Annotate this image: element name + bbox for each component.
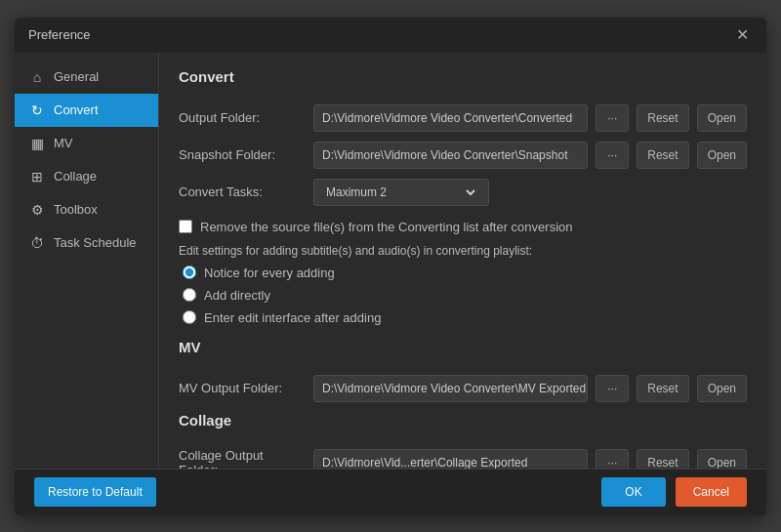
radio-add-directly[interactable] [183,288,196,302]
sidebar-item-mv[interactable]: ▦ MV [15,127,158,160]
sidebar-item-task-schedule[interactable]: ⏱ Task Schedule [15,226,158,260]
radio-add-directly-label: Add directly [204,288,270,303]
collage-output-folder-label: Collage Output Folder: [179,448,306,469]
mv-folder-open-button[interactable]: Open [697,375,747,402]
general-icon: ⌂ [28,69,46,85]
convert-section-title: Convert [179,68,747,91]
footer-right-buttons: OK Cancel [601,477,747,507]
main-content: Convert Output Folder: D:\Vidmore\Vidmor… [159,53,766,469]
sidebar-item-label: MV [54,136,73,150]
ok-button[interactable]: OK [601,477,665,507]
footer: Restore to Default OK Cancel [15,469,766,515]
mv-output-folder-row: MV Output Folder: D:\Vidmore\Vidmore Vid… [179,375,747,402]
radio-row-add-directly: Add directly [183,288,747,303]
collage-icon: ⊞ [28,169,46,184]
mv-output-folder-label: MV Output Folder: [179,381,306,395]
remove-source-label: Remove the source file(s) from the Conve… [200,220,573,234]
convert-tasks-label: Convert Tasks: [179,184,306,199]
collage-folder-open-button[interactable]: Open [697,449,747,469]
remove-source-row: Remove the source file(s) from the Conve… [179,220,747,234]
snapshot-folder-reset-button[interactable]: Reset [637,142,688,169]
mv-folder-reset-button[interactable]: Reset [637,375,688,402]
radio-row-enter-edit: Enter edit interface after adding [183,310,747,325]
edit-settings-label: Edit settings for adding subtitle(s) and… [179,244,747,258]
collage-output-folder-row: Collage Output Folder: D:\Vidmore\Vid...… [179,448,747,469]
dialog-content: ⌂ General ↻ Convert ▦ MV ⊞ Collage ⚙ Too… [15,53,766,469]
cancel-button[interactable]: Cancel [676,477,747,507]
restore-default-button[interactable]: Restore to Default [34,477,156,507]
sidebar-item-collage[interactable]: ⊞ Collage [15,160,158,193]
snapshot-folder-path: D:\Vidmore\Vidmore Video Converter\Snaps… [313,142,588,169]
mv-section-title: MV [179,339,747,361]
radio-notice-label: Notice for every adding [204,266,335,280]
radio-enter-edit[interactable] [183,310,196,324]
convert-icon: ↻ [28,102,46,118]
output-folder-reset-button[interactable]: Reset [637,104,688,132]
mv-icon: ▦ [28,136,46,151]
snapshot-folder-row: Snapshot Folder: D:\Vidmore\Vidmore Vide… [179,142,747,169]
sidebar-item-label: General [54,69,99,84]
snapshot-folder-dots-button[interactable]: ··· [596,142,629,169]
title-bar: Preference ✕ [15,18,766,53]
toolbox-icon: ⚙ [28,202,46,218]
dialog-title: Preference [28,27,91,42]
sidebar: ⌂ General ↻ Convert ▦ MV ⊞ Collage ⚙ Too… [15,53,159,469]
output-folder-dots-button[interactable]: ··· [596,104,629,132]
output-folder-open-button[interactable]: Open [697,104,747,132]
sidebar-item-convert[interactable]: ↻ Convert [15,94,158,127]
snapshot-folder-label: Snapshot Folder: [179,147,306,162]
radio-notice[interactable] [183,266,196,279]
convert-tasks-row: Convert Tasks: Maximum 1 Maximum 2 Maxim… [179,179,747,206]
collage-section-title: Collage [179,412,747,434]
task-schedule-icon: ⏱ [28,235,46,251]
sidebar-item-label: Toolbox [54,202,98,217]
sidebar-item-general[interactable]: ⌂ General [15,61,158,94]
mv-folder-dots-button[interactable]: ··· [596,375,629,402]
snapshot-folder-open-button[interactable]: Open [697,142,747,169]
collage-output-folder-path: D:\Vidmore\Vid...erter\Collage Exported [313,449,588,469]
output-folder-row: Output Folder: D:\Vidmore\Vidmore Video … [179,104,747,132]
remove-source-checkbox[interactable] [179,220,192,233]
close-button[interactable]: ✕ [732,25,753,45]
collage-folder-dots-button[interactable]: ··· [596,449,629,469]
sidebar-item-toolbox[interactable]: ⚙ Toolbox [15,193,158,226]
mv-output-folder-path: D:\Vidmore\Vidmore Video Converter\MV Ex… [313,375,588,402]
output-folder-label: Output Folder: [179,110,306,125]
preference-dialog: Preference ✕ ⌂ General ↻ Convert ▦ MV ⊞ … [15,18,766,515]
convert-tasks-dropdown[interactable]: Maximum 1 Maximum 2 Maximum 3 Maximum 4 [313,179,489,206]
radio-enter-edit-label: Enter edit interface after adding [204,310,381,325]
convert-tasks-select[interactable]: Maximum 1 Maximum 2 Maximum 3 Maximum 4 [322,184,478,200]
sidebar-item-label: Task Schedule [54,235,137,250]
output-folder-path: D:\Vidmore\Vidmore Video Converter\Conve… [313,104,588,132]
sidebar-item-label: Convert [54,102,99,117]
sidebar-item-label: Collage [54,169,97,184]
collage-folder-reset-button[interactable]: Reset [637,449,688,469]
radio-row-notice: Notice for every adding [183,266,747,280]
radio-group: Notice for every adding Add directly Ent… [183,266,747,325]
